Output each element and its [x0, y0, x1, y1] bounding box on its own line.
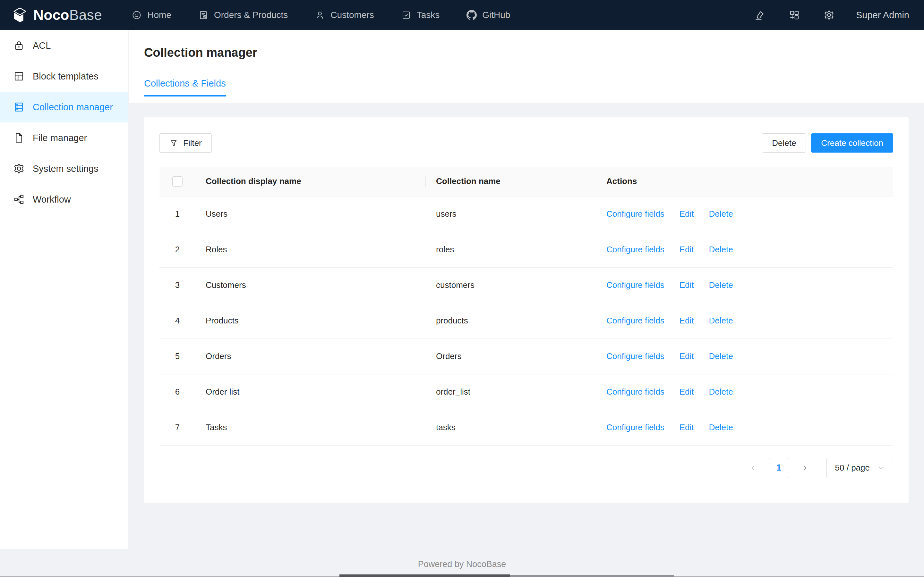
menu-item-label: GitHub — [482, 10, 510, 20]
create-collection-button[interactable]: Create collection — [811, 133, 893, 153]
gear-icon — [13, 163, 25, 175]
sidebar-item-acl[interactable]: ACL — [0, 30, 128, 61]
menu-item-tasks[interactable]: Tasks — [388, 0, 453, 30]
horizontal-scrollbar-track-segment — [510, 575, 674, 577]
table-row: 2 Roles roles Configure fieldsEditDelete — [160, 232, 893, 268]
edit-link[interactable]: Edit — [680, 387, 694, 396]
topbar: NocoBase Home — [0, 0, 924, 30]
sidebar-item-collection-manager[interactable]: Collection manager — [0, 92, 128, 122]
logo-text: NocoBase — [33, 7, 102, 23]
edit-link[interactable]: Edit — [680, 280, 694, 290]
row-index-cell: 3 — [160, 268, 195, 303]
delete-button-label: Delete — [772, 138, 796, 148]
filter-icon — [170, 139, 178, 147]
delete-link[interactable]: Delete — [709, 422, 733, 432]
delete-link[interactable]: Delete — [709, 316, 733, 326]
configure-fields-link[interactable]: Configure fields — [606, 351, 664, 361]
sidebar-item-file-manager[interactable]: File manager — [0, 122, 128, 153]
row-index: 7 — [175, 422, 180, 432]
table-row: 5 Orders Orders Configure fieldsEditDele… — [160, 338, 893, 374]
action-separator — [701, 281, 701, 290]
column-header-actions: Actions — [596, 167, 893, 196]
delete-link[interactable]: Delete — [709, 387, 733, 396]
delete-link[interactable]: Delete — [709, 245, 733, 254]
action-separator — [701, 317, 701, 326]
row-display-name: Orders — [195, 338, 426, 374]
edit-link[interactable]: Edit — [680, 209, 694, 219]
row-actions: Configure fieldsEditDelete — [596, 374, 893, 410]
row-actions: Configure fieldsEditDelete — [596, 196, 893, 232]
chevron-left-icon — [749, 464, 757, 472]
file-icon — [13, 132, 25, 144]
column-header-display-name: Collection display name — [195, 167, 426, 196]
create-collection-button-label: Create collection — [821, 138, 883, 148]
row-collection-name: roles — [426, 232, 596, 268]
configure-fields-link[interactable]: Configure fields — [606, 316, 664, 326]
tabs: Collections & Fields — [144, 78, 924, 97]
select-all-checkbox[interactable] — [172, 176, 183, 187]
page-size-select[interactable]: 50 / page — [827, 458, 893, 478]
delete-link[interactable]: Delete — [709, 280, 733, 290]
menu-item-customers[interactable]: Customers — [301, 0, 387, 30]
row-actions: Configure fieldsEditDelete — [596, 338, 893, 374]
configure-fields-link[interactable]: Configure fields — [606, 422, 664, 432]
menu-item-home[interactable]: Home — [118, 0, 185, 30]
row-collection-name: order_list — [426, 374, 596, 410]
delete-link[interactable]: Delete — [709, 351, 733, 361]
menu-item-orders-products[interactable]: Orders & Products — [185, 0, 301, 30]
pagination-next-button[interactable] — [795, 458, 815, 478]
edit-link[interactable]: Edit — [680, 351, 694, 361]
row-display-name: Users — [195, 196, 426, 232]
workflow-icon — [13, 193, 25, 205]
table-row: 4 Products products Configure fieldsEdit… — [160, 303, 893, 338]
table-row: 1 Users users Configure fieldsEditDelete — [160, 196, 893, 232]
sidebar-item-label: Block templates — [33, 71, 99, 82]
action-separator — [701, 424, 701, 432]
edit-link[interactable]: Edit — [680, 422, 694, 432]
horizontal-scrollbar-thumb[interactable] — [339, 574, 510, 577]
user-menu[interactable]: Super Admin — [856, 10, 909, 21]
row-actions: Configure fieldsEditDelete — [596, 268, 893, 303]
sidebar-item-label: ACL — [33, 40, 51, 51]
pagination-page-1[interactable]: 1 — [769, 458, 789, 478]
sidebar-item-label: System settings — [33, 163, 99, 174]
row-index: 3 — [175, 280, 180, 290]
filter-button[interactable]: Filter — [160, 133, 212, 153]
main-menu: Home Orders & Products Customers — [118, 0, 523, 30]
pagination-prev-button[interactable] — [743, 458, 763, 478]
row-index: 5 — [175, 351, 180, 361]
row-index-cell: 2 — [160, 232, 195, 268]
sidebar-item-system-settings[interactable]: System settings — [0, 153, 128, 184]
nocobase-logo[interactable]: NocoBase — [0, 6, 107, 24]
row-index-cell: 5 — [160, 338, 195, 374]
layout-icon — [13, 70, 25, 82]
action-separator — [701, 388, 701, 397]
configure-fields-link[interactable]: Configure fields — [606, 245, 664, 254]
sidebar-item-block-templates[interactable]: Block templates — [0, 61, 128, 92]
topbar-actions: Super Admin — [731, 9, 924, 21]
database-icon — [13, 101, 25, 113]
configure-fields-link[interactable]: Configure fields — [606, 387, 664, 396]
gear-icon[interactable] — [823, 9, 835, 21]
edit-link[interactable]: Edit — [680, 245, 694, 254]
tab-collections-and-fields[interactable]: Collections & Fields — [144, 78, 226, 97]
row-collection-name: tasks — [426, 410, 596, 445]
collections-table: Collection display name Collection name … — [160, 167, 893, 446]
delete-button[interactable]: Delete — [762, 133, 806, 153]
edit-link[interactable]: Edit — [680, 316, 694, 326]
table-row: 6 Order list order_list Configure fields… — [160, 374, 893, 410]
delete-link[interactable]: Delete — [709, 209, 733, 219]
sidebar-item-label: Workflow — [33, 194, 71, 205]
configure-fields-link[interactable]: Configure fields — [606, 209, 664, 219]
row-display-name: Roles — [195, 232, 426, 268]
menu-item-github[interactable]: GitHub — [453, 0, 523, 30]
appstore-add-icon[interactable] — [788, 9, 800, 21]
configure-fields-link[interactable]: Configure fields — [606, 280, 664, 290]
table-toolbar: Filter Delete Create collection — [160, 133, 893, 153]
action-separator — [701, 210, 701, 219]
table-header-row: Collection display name Collection name … — [160, 167, 893, 196]
sidebar: ACL Block templates Collection manager — [0, 30, 128, 549]
highlighter-icon[interactable] — [754, 9, 766, 21]
sidebar-item-workflow[interactable]: Workflow — [0, 184, 128, 215]
github-icon — [467, 10, 477, 20]
